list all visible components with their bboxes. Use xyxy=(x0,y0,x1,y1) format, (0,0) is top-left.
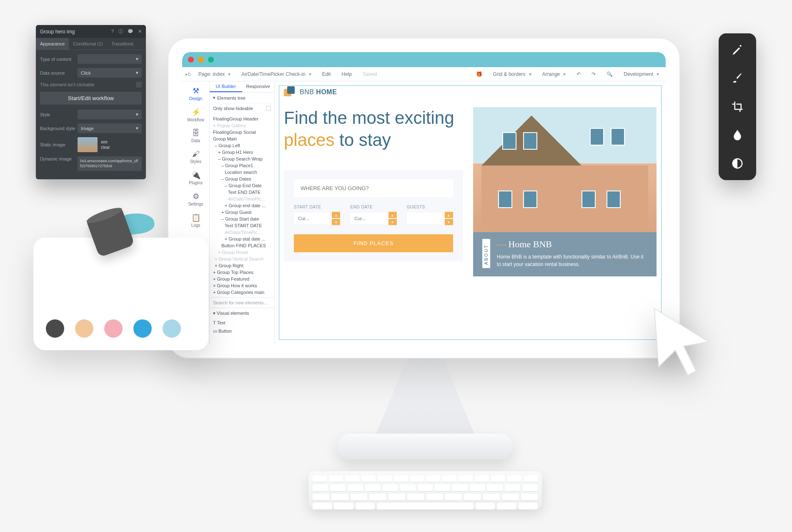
bg-style-label: Background style xyxy=(40,126,78,131)
tree-item[interactable]: Button FIND PLACES xyxy=(210,242,274,249)
maximize-icon[interactable] xyxy=(208,57,214,63)
redo-icon[interactable]: ↷ xyxy=(588,70,599,79)
tree-item[interactable]: + Group Vertical Search xyxy=(210,256,274,262)
gift-icon[interactable]: 🎁 xyxy=(473,70,486,79)
monitor-stand xyxy=(371,354,479,446)
minimize-icon[interactable] xyxy=(198,57,204,63)
rail-styles[interactable]: 🖌Styles xyxy=(182,146,209,167)
tree-item[interactable]: Location search xyxy=(210,169,274,176)
design-canvas[interactable]: BNB HOME Find the most exciting places t… xyxy=(275,81,666,344)
color-swatch[interactable] xyxy=(104,319,123,338)
droplet-tool-icon[interactable] xyxy=(729,127,746,143)
tree-item[interactable]: + Group stat date ... xyxy=(210,236,274,242)
tree-item[interactable]: + Group Categories main xyxy=(210,289,274,296)
tree-item[interactable]: – Group Dates xyxy=(210,176,274,182)
rail-plugins[interactable]: 🔌Plugins xyxy=(182,167,209,188)
visual-elements-header[interactable]: ▾ Visual elements xyxy=(210,308,274,319)
arrange-menu[interactable]: Arrange xyxy=(539,70,569,79)
tree-item[interactable]: + Popup Gallery xyxy=(210,122,274,129)
tree-item[interactable]: + Group end date ... xyxy=(210,202,274,209)
only-hideable-checkbox[interactable] xyxy=(266,106,271,111)
ve-button-label: Button xyxy=(218,329,232,334)
dynamic-image-label: Dynamic image xyxy=(40,156,78,161)
rail-design[interactable]: ⚒Design xyxy=(182,83,209,104)
undo-icon[interactable]: ↶ xyxy=(573,70,584,79)
tab-ui-builder[interactable]: UI Builder xyxy=(210,81,242,92)
chat-icon[interactable]: 💬 xyxy=(128,29,133,34)
tree-item[interactable]: AirDate/TimePic... xyxy=(210,196,274,202)
brush-tool-icon[interactable] xyxy=(729,70,746,87)
tree-item[interactable]: + Group H1 Hero xyxy=(210,149,274,156)
about-label: ABOUT xyxy=(482,239,490,268)
elements-tree-header[interactable]: ▾Elements tree xyxy=(210,93,274,103)
dynamic-image-input[interactable]: //s3.amazonaws.com/appforest_uf/f1575565… xyxy=(78,156,142,171)
tree-item[interactable]: + Group Right xyxy=(210,262,274,269)
page-selector[interactable]: Page: index xyxy=(195,70,234,79)
color-swatch[interactable] xyxy=(163,319,181,338)
not-clickable-row: This element isn't clickable xyxy=(40,82,142,88)
ve-button[interactable]: ▭ Button xyxy=(210,328,274,336)
saved-status: Saved xyxy=(359,70,380,79)
mode-selector[interactable]: Development xyxy=(620,70,662,79)
ve-text-label: Text xyxy=(217,320,225,325)
close-icon[interactable]: ✕ xyxy=(138,29,142,34)
pen-tool-icon[interactable] xyxy=(729,42,746,58)
edit-menu[interactable]: Edit xyxy=(319,70,334,79)
search-icon[interactable]: 🔍 xyxy=(603,70,616,79)
tree-item[interactable]: – Group Search Wrap xyxy=(210,156,274,162)
tab-appearance[interactable]: Appearance xyxy=(36,38,69,50)
monitor-base xyxy=(338,434,513,459)
tree-item[interactable]: – Group Left xyxy=(210,142,274,149)
only-hideable-row[interactable]: Only show hideable xyxy=(210,103,274,114)
tree-item[interactable]: – Group Place1 xyxy=(210,162,274,169)
data-source-select[interactable]: Click▾ xyxy=(78,68,142,78)
contrast-tool-icon[interactable] xyxy=(729,155,746,172)
tree-item[interactable]: AirData/TimePic... xyxy=(210,229,274,236)
tree-item[interactable]: + Group Top Places xyxy=(210,269,274,276)
tree-item[interactable]: Group Main xyxy=(210,136,274,142)
tree-item[interactable]: Text END DATE xyxy=(210,189,274,196)
help-menu[interactable]: Help xyxy=(338,70,355,79)
search-elements-input[interactable]: Search for new elements... xyxy=(210,297,274,308)
tree-item[interactable]: + Group Guest xyxy=(210,209,274,216)
close-icon[interactable] xyxy=(188,57,194,63)
tree-item[interactable]: – Group Start date xyxy=(210,216,274,222)
tab-conditional[interactable]: Conditional (1) xyxy=(69,38,107,50)
element-selector[interactable]: AirDate/TimePicker Check-in xyxy=(238,70,315,79)
rail-logs[interactable]: 📋Logs xyxy=(182,210,209,231)
ve-text[interactable]: T Text xyxy=(210,319,274,328)
info-icon[interactable]: ⓘ xyxy=(118,29,123,34)
see-link[interactable]: see xyxy=(101,140,110,144)
monitor-frame: ▸b Page: index AirDate/TimePicker Check-… xyxy=(168,38,680,359)
type-of-content-select[interactable]: ▾ xyxy=(78,54,142,64)
static-image-thumbnail[interactable] xyxy=(78,137,98,152)
tree-item[interactable]: + Group Reset xyxy=(210,249,274,256)
tree-item[interactable]: – Group End Date xyxy=(210,182,274,189)
about-title: Home BNB xyxy=(497,239,647,250)
rail-data[interactable]: 🗄Data xyxy=(182,125,209,146)
only-hideable-label: Only show hideable xyxy=(213,106,253,111)
screen: ▸b Page: index AirDate/TimePicker Check-… xyxy=(182,52,666,344)
tab-transitions[interactable]: Transitions xyxy=(107,38,138,50)
not-clickable-checkbox[interactable] xyxy=(136,82,142,88)
color-swatch[interactable] xyxy=(46,319,64,338)
bg-style-select[interactable]: Image▾ xyxy=(78,123,142,133)
rail-settings[interactable]: ⚙Settings xyxy=(182,188,209,210)
hero-image xyxy=(473,107,657,232)
style-select[interactable]: ▾ xyxy=(78,110,142,119)
right-toolbox xyxy=(719,33,756,180)
rail-workflow[interactable]: ⚡Workflow xyxy=(182,104,209,125)
crop-tool-icon[interactable] xyxy=(729,98,746,115)
help-icon[interactable]: ? xyxy=(111,29,114,34)
grid-borders-toggle[interactable]: Grid & borders xyxy=(490,70,535,79)
clear-link[interactable]: clear xyxy=(101,145,110,150)
tree-item[interactable]: + Group Featured xyxy=(210,276,274,282)
color-swatch[interactable] xyxy=(75,319,93,338)
tab-responsive[interactable]: Responsive xyxy=(242,81,275,92)
tree-item[interactable]: FloatingGroup Header xyxy=(210,115,274,122)
tree-item[interactable]: + Group How it works xyxy=(210,282,274,289)
tree-item[interactable]: Text START DATE xyxy=(210,222,274,229)
color-swatch[interactable] xyxy=(133,319,152,338)
start-edit-workflow-button[interactable]: Start/Edit workflow xyxy=(40,92,142,105)
tree-item[interactable]: FloatingGroup Social xyxy=(210,129,274,136)
